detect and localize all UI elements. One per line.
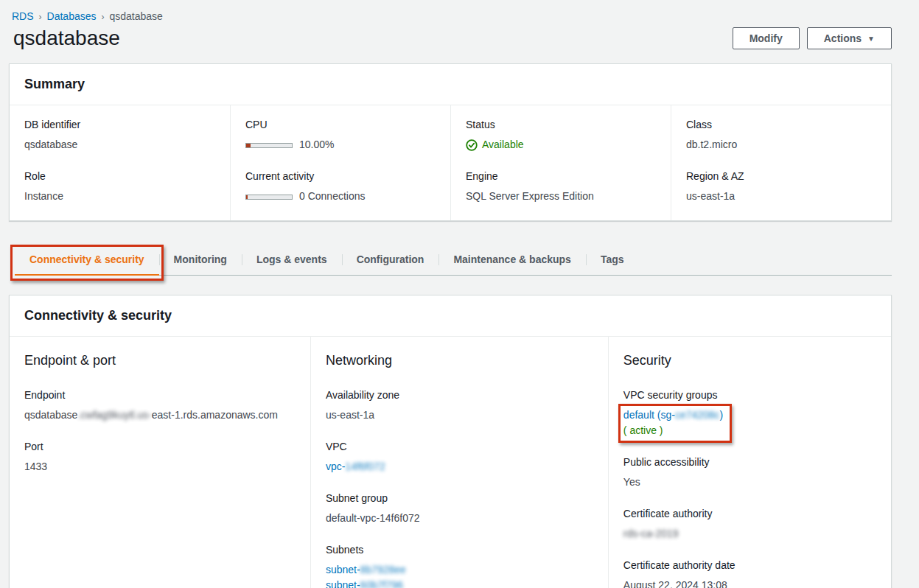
- summary-col-identity: DB identifier qsdatabase Role Instance: [10, 105, 230, 220]
- status-field: Status Available: [466, 119, 656, 153]
- certificate-authority-date-label: Certificate authority date: [623, 559, 876, 571]
- subnet-link[interactable]: subnet-8b7928ee: [326, 562, 593, 578]
- class-label: Class: [686, 119, 876, 130]
- role-label: Role: [24, 170, 215, 182]
- endpoint-prefix: qsdatabase: [24, 409, 77, 421]
- region-az-field: Region & AZ us-east-1a: [686, 170, 876, 204]
- breadcrumb-separator-icon: ›: [102, 12, 105, 22]
- subnet-group-label: Subnet group: [326, 492, 593, 504]
- subnet-group-field: Subnet group default-vpc-14f6f072: [326, 492, 593, 526]
- subnets-label: Subnets: [326, 544, 593, 556]
- tab-configuration[interactable]: Configuration: [342, 246, 439, 275]
- vpc-link[interactable]: vpc-14f6f072: [326, 459, 593, 475]
- subnet-redacted: 8b7928ee: [360, 564, 406, 575]
- db-identifier-value: qsdatabase: [24, 137, 215, 153]
- cpu-field: CPU 10.00%: [245, 119, 436, 153]
- role-value: Instance: [24, 189, 215, 204]
- vpc-redacted: 14f6f072: [345, 461, 385, 472]
- security-title: Security: [623, 353, 876, 368]
- engine-field: Engine SQL Server Express Edition: [466, 170, 656, 204]
- tab-tags[interactable]: Tags: [586, 246, 639, 275]
- status-value: Available: [466, 137, 656, 153]
- port-field: Port 1433: [24, 441, 296, 475]
- connectivity-title: Connectivity & security: [24, 308, 876, 323]
- region-az-value: us-east-1a: [686, 189, 876, 204]
- subnet-prefix: subnet-: [326, 564, 360, 575]
- endpoint-label: Endpoint: [24, 389, 296, 401]
- certificate-authority-date-value: August 22, 2024 13:08: [623, 578, 876, 588]
- header-actions: Modify Actions▼: [733, 27, 892, 49]
- tab-connectivity-security[interactable]: Connectivity & security: [15, 246, 159, 276]
- vpc-security-groups-field: VPC security groups default (sg-ce74208c…: [623, 389, 876, 438]
- availability-zone-field: Availability zone us-east-1a: [326, 389, 593, 423]
- vpc-security-groups-label: VPC security groups: [623, 389, 876, 401]
- vpc-label: VPC: [326, 441, 593, 452]
- security-group-wrap: default (sg-ce74208c) ( active ): [623, 407, 723, 438]
- certificate-authority-field: Certificate authority rds-ca-2019: [623, 508, 876, 542]
- endpoint-redacted: .cwfag9kuytl.us-: [77, 409, 151, 421]
- cpu-label: CPU: [245, 119, 436, 130]
- public-accessibility-label: Public accessibility: [623, 456, 876, 468]
- subnet-group-value: default-vpc-14f6f072: [326, 511, 593, 526]
- tab-connectivity-security-label: Connectivity & security: [29, 253, 144, 265]
- certificate-authority-date-field: Certificate authority date August 22, 20…: [623, 559, 876, 588]
- breadcrumb-rds[interactable]: RDS: [12, 10, 34, 22]
- security-group-link[interactable]: default (sg-ce74208c): [623, 407, 723, 423]
- modify-button[interactable]: Modify: [733, 27, 800, 49]
- actions-button-label: Actions: [824, 32, 862, 44]
- endpoint-field: Endpoint qsdatabase.cwfag9kuytl.us-east-…: [24, 389, 296, 423]
- connectivity-grid: Endpoint & port Endpoint qsdatabase.cwfa…: [10, 337, 891, 588]
- region-az-label: Region & AZ: [686, 170, 876, 182]
- summary-col-metrics: CPU 10.00% Current activity 0 Connection…: [230, 105, 450, 220]
- role-field: Role Instance: [24, 170, 215, 204]
- endpoint-suffix: east-1.rds.amazonaws.com: [152, 409, 278, 421]
- page-title: qsdatabase: [13, 27, 120, 50]
- breadcrumb-current: qsdatabase: [110, 10, 163, 22]
- tab-maintenance-backups[interactable]: Maintenance & backups: [438, 246, 586, 275]
- security-column: Security VPC security groups default (sg…: [608, 337, 891, 588]
- breadcrumb: RDS›Databases›qsdatabase: [0, 0, 919, 24]
- summary-title: Summary: [24, 77, 876, 92]
- networking-column: Networking Availability zone us-east-1a …: [310, 337, 608, 588]
- summary-card-header: Summary: [10, 64, 891, 105]
- security-group-suffix: ): [720, 409, 724, 421]
- actions-dropdown-button[interactable]: Actions▼: [807, 27, 892, 49]
- vpc-prefix: vpc-: [326, 461, 345, 472]
- subnet-prefix: subnet-: [326, 579, 360, 588]
- status-available-icon: [466, 139, 478, 151]
- tab-logs-events[interactable]: Logs & events: [242, 246, 342, 275]
- status-available-text: Available: [482, 137, 524, 153]
- cpu-gauge-fill: [246, 144, 251, 147]
- db-identifier-label: DB identifier: [24, 119, 215, 130]
- summary-card: Summary DB identifier qsdatabase Role In…: [9, 63, 892, 221]
- certificate-authority-label: Certificate authority: [623, 508, 876, 519]
- current-activity-label: Current activity: [245, 170, 436, 182]
- security-group-prefix: default (sg-: [623, 409, 675, 421]
- port-value: 1433: [24, 459, 296, 475]
- cpu-value: 10.00%: [245, 137, 436, 153]
- subnet-redacted: 60b7f796: [360, 579, 403, 588]
- activity-gauge: [245, 195, 293, 200]
- networking-title: Networking: [326, 353, 593, 368]
- detail-tabs: Connectivity & security Monitoring Logs …: [15, 246, 892, 276]
- connectivity-card: Connectivity & security Endpoint & port …: [9, 295, 892, 588]
- current-activity-field: Current activity 0 Connections: [245, 170, 436, 204]
- class-field: Class db.t2.micro: [686, 119, 876, 153]
- breadcrumb-databases[interactable]: Databases: [47, 10, 97, 22]
- port-label: Port: [24, 441, 296, 452]
- summary-col-status: Status Available Engine SQL Server Expre…: [450, 105, 671, 220]
- chevron-down-icon: ▼: [867, 35, 875, 43]
- endpoint-value: qsdatabase.cwfag9kuytl.us-east-1.rds.ama…: [24, 407, 296, 423]
- endpoint-port-title: Endpoint & port: [24, 353, 296, 368]
- connectivity-card-header: Connectivity & security: [10, 295, 891, 337]
- security-group-status: ( active ): [623, 423, 723, 438]
- summary-col-class: Class db.t2.micro Region & AZ us-east-1a: [671, 105, 891, 220]
- public-accessibility-field: Public accessibility Yes: [623, 456, 876, 490]
- public-accessibility-value: Yes: [623, 475, 876, 490]
- summary-grid: DB identifier qsdatabase Role Instance C…: [10, 105, 891, 220]
- tab-monitoring[interactable]: Monitoring: [159, 246, 242, 275]
- endpoint-port-column: Endpoint & port Endpoint qsdatabase.cwfa…: [10, 337, 310, 588]
- cpu-percent-text: 10.00%: [299, 139, 334, 150]
- engine-label: Engine: [466, 170, 656, 182]
- subnet-link[interactable]: subnet-60b7f796: [326, 578, 593, 588]
